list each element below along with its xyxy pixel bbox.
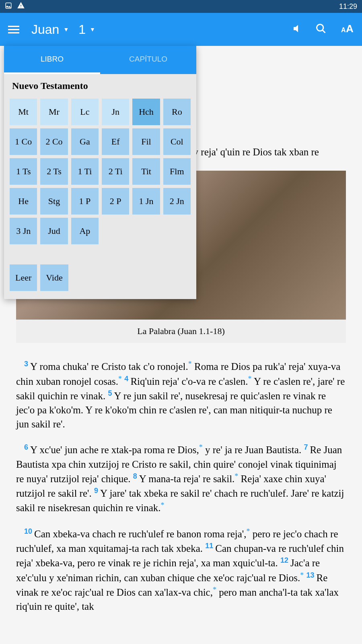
- chevron-down-icon: ▼: [90, 26, 95, 33]
- verse-number[interactable]: 13: [306, 571, 317, 579]
- book-cell[interactable]: Ro: [163, 99, 191, 125]
- status-bar: 11:29: [0, 0, 362, 13]
- svg-point-1: [21, 7, 21, 8]
- verse-number[interactable]: 11: [205, 542, 215, 550]
- book-cell[interactable]: Jud: [40, 218, 68, 244]
- book-cell[interactable]: Hch: [132, 99, 160, 125]
- status-time: 11:29: [339, 2, 357, 11]
- book-label: Juan: [31, 22, 59, 37]
- paragraph: 10 Can xbeka-va chach re ruch'ulef re ba…: [16, 526, 346, 614]
- svg-line-3: [323, 30, 325, 33]
- app-bar: Juan ▼ 1 ▼ AA: [0, 13, 362, 46]
- leer-button[interactable]: Leer: [10, 264, 37, 291]
- footnote-mark[interactable]: *: [300, 571, 304, 579]
- svg-point-2: [317, 25, 323, 31]
- footnote-mark[interactable]: *: [199, 443, 203, 451]
- audio-icon[interactable]: [291, 24, 301, 35]
- book-cell[interactable]: Tit: [132, 158, 160, 185]
- paragraph: 3 Y roma chuka' re Cristo tak c'o ronoje…: [16, 359, 346, 431]
- verse-number[interactable]: 7: [304, 443, 310, 451]
- vide-button[interactable]: Vide: [40, 264, 68, 291]
- book-cell[interactable]: Ef: [102, 128, 129, 155]
- book-cell[interactable]: Ga: [71, 128, 99, 155]
- warning-icon: [17, 2, 25, 11]
- book-cell[interactable]: Lc: [71, 99, 99, 125]
- image-icon: [5, 2, 12, 11]
- book-cell[interactable]: Mr: [40, 99, 68, 125]
- book-cell[interactable]: Mt: [10, 99, 37, 125]
- search-icon[interactable]: [315, 23, 327, 36]
- verse-number[interactable]: 5: [108, 389, 114, 397]
- chapter-dropdown[interactable]: 1 ▼: [78, 22, 95, 37]
- verse-number[interactable]: 10: [24, 527, 34, 535]
- verse-number[interactable]: 4: [124, 375, 130, 383]
- footnote-mark[interactable]: *: [118, 375, 122, 383]
- verse-number[interactable]: 8: [133, 472, 139, 480]
- svg-text:A: A: [341, 27, 346, 33]
- chevron-down-icon: ▼: [63, 26, 69, 33]
- book-cell[interactable]: 2 Co: [40, 128, 68, 155]
- footnote-mark[interactable]: *: [188, 360, 192, 368]
- book-cell[interactable]: 2 Ti: [102, 158, 129, 185]
- book-cell[interactable]: Stg: [40, 188, 68, 215]
- book-cell[interactable]: 2 Ts: [40, 158, 68, 185]
- chapter-label: 1: [78, 22, 86, 37]
- book-cell[interactable]: Fil: [132, 128, 160, 155]
- book-cell[interactable]: 1 P: [71, 188, 99, 215]
- book-cell[interactable]: Ap: [71, 218, 99, 244]
- menu-icon[interactable]: [8, 26, 19, 33]
- verse-number[interactable]: 12: [280, 556, 290, 564]
- book-picker-popup: LIBRO CAPÍTULO Nuevo Testamento MtMrLcJn…: [4, 46, 196, 299]
- image-caption: La Palabra (Juan 1.1-18): [16, 320, 346, 343]
- book-cell[interactable]: Jn: [102, 99, 129, 125]
- book-cell[interactable]: 2 Jn: [163, 188, 191, 215]
- footnote-mark[interactable]: *: [234, 472, 238, 480]
- book-grid: MtMrLcJnHchRo1 Co2 CoGaEfFilCol1 Ts2 Ts1…: [10, 99, 191, 244]
- text-size-icon[interactable]: AA: [341, 23, 354, 35]
- verse-number[interactable]: 3: [24, 360, 30, 368]
- book-cell[interactable]: 3 Jn: [10, 218, 37, 244]
- tab-libro[interactable]: LIBRO: [4, 46, 100, 74]
- book-cell[interactable]: Flm: [163, 158, 191, 185]
- book-cell[interactable]: Col: [163, 128, 191, 155]
- verse-number[interactable]: 9: [94, 487, 100, 495]
- book-cell[interactable]: 2 P: [102, 188, 129, 215]
- footnote-mark[interactable]: *: [161, 501, 165, 509]
- footnote-mark[interactable]: *: [248, 375, 252, 383]
- popup-heading: Nuevo Testamento: [10, 80, 191, 91]
- footnote-mark[interactable]: *: [213, 586, 216, 594]
- svg-text:A: A: [346, 23, 354, 34]
- tab-capitulo[interactable]: CAPÍTULO: [100, 46, 196, 74]
- book-cell[interactable]: He: [10, 188, 37, 215]
- book-cell[interactable]: 1 Jn: [132, 188, 160, 215]
- book-dropdown[interactable]: Juan ▼: [31, 22, 69, 37]
- book-cell[interactable]: 1 Co: [10, 128, 37, 155]
- footnote-mark[interactable]: *: [247, 527, 250, 535]
- book-cell[interactable]: 1 Ts: [10, 158, 37, 185]
- book-cell[interactable]: 1 Ti: [71, 158, 99, 185]
- verse-number[interactable]: 6: [24, 443, 30, 451]
- paragraph: 6 Y xc'ue' jun ache re xtak-pa roma re D…: [16, 442, 346, 515]
